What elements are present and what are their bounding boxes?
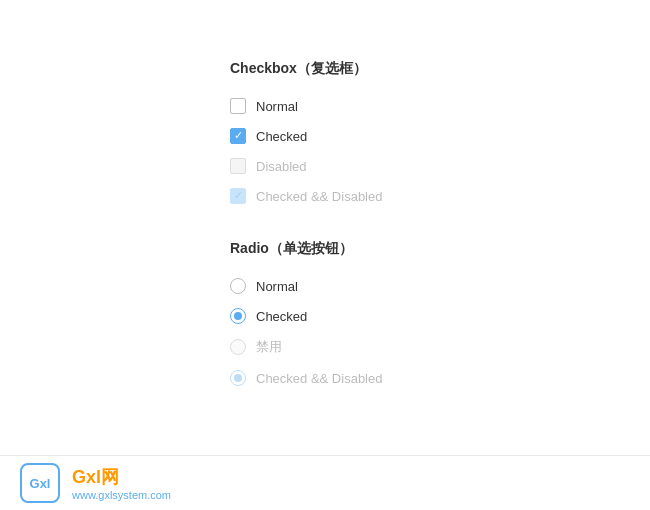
footer-brand: Gxl网 <box>72 465 171 489</box>
checkbox-normal[interactable] <box>230 98 246 114</box>
checkbox-disabled-label: Disabled <box>256 159 307 174</box>
checkbox-checked-disabled: ✓ <box>230 188 246 204</box>
checkbox-checked-disabled-row: ✓ Checked && Disabled <box>230 188 650 204</box>
checkbox-section: Checkbox（复选框） Normal ✓ Checked Disabled <box>230 60 650 204</box>
checkbox-checked-label: Checked <box>256 129 307 144</box>
checkbox-normal-label: Normal <box>256 99 298 114</box>
radio-normal[interactable] <box>230 278 246 294</box>
checkbox-items-group: Normal ✓ Checked Disabled ✓ Checked && D… <box>230 98 650 204</box>
radio-disabled-row: 禁用 <box>230 338 650 356</box>
radio-checked-row[interactable]: Checked <box>230 308 650 324</box>
radio-disabled-label: 禁用 <box>256 338 282 356</box>
radio-section: Radio（单选按钮） Normal Checked 禁用 <box>230 240 650 386</box>
checkbox-checked-disabled-label: Checked && Disabled <box>256 189 382 204</box>
checkmark-disabled-icon: ✓ <box>234 190 243 201</box>
radio-checked-disabled-label: Checked && Disabled <box>256 371 382 386</box>
radio-checked[interactable] <box>230 308 246 324</box>
checkbox-disabled <box>230 158 246 174</box>
radio-dot-disabled-icon <box>234 374 242 382</box>
footer-logo: Gxl <box>20 463 60 503</box>
radio-section-title: Radio（单选按钮） <box>230 240 650 258</box>
footer-url: www.gxlsystem.com <box>72 489 171 501</box>
footer-logo-text: Gxl <box>30 476 51 491</box>
checkbox-disabled-row: Disabled <box>230 158 650 174</box>
radio-checked-disabled-row: Checked && Disabled <box>230 370 650 386</box>
checkbox-checked[interactable]: ✓ <box>230 128 246 144</box>
radio-dot-icon <box>234 312 242 320</box>
checkbox-normal-row[interactable]: Normal <box>230 98 650 114</box>
radio-disabled <box>230 339 246 355</box>
radio-normal-label: Normal <box>256 279 298 294</box>
checkbox-section-title: Checkbox（复选框） <box>230 60 650 78</box>
radio-normal-row[interactable]: Normal <box>230 278 650 294</box>
footer-text-group: Gxl网 www.gxlsystem.com <box>72 465 171 501</box>
checkbox-checked-row[interactable]: ✓ Checked <box>230 128 650 144</box>
footer-brand-suffix: 网 <box>101 467 119 487</box>
radio-checked-label: Checked <box>256 309 307 324</box>
radio-items-group: Normal Checked 禁用 Checked && Disabled <box>230 278 650 386</box>
radio-checked-disabled <box>230 370 246 386</box>
checkmark-icon: ✓ <box>234 130 243 141</box>
footer: Gxl Gxl网 www.gxlsystem.com <box>0 455 650 510</box>
footer-brand-main: Gxl <box>72 467 101 487</box>
